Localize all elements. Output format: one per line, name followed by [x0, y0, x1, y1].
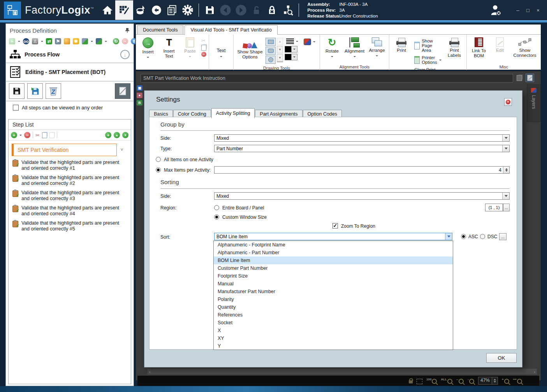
sort-option[interactable]: Quantity: [214, 303, 453, 311]
scroll-right-icon[interactable]: ›: [534, 369, 535, 374]
shape-scroll-up-icon[interactable]: ▲: [277, 38, 283, 45]
sort-option[interactable]: Footprint Size: [214, 272, 453, 280]
layers-tab[interactable]: Layers: [527, 84, 541, 122]
shape-scroll-down-icon[interactable]: ▼: [277, 46, 283, 53]
pin-icon[interactable]: [125, 28, 130, 33]
bell-icon[interactable]: [64, 38, 70, 44]
rounded-rectangle-shape-button[interactable]: [266, 47, 276, 55]
export-dropdown-icon[interactable]: [91, 41, 93, 43]
zoom-level-input[interactable]: 47%: [478, 377, 498, 385]
shuffle-icon[interactable]: ⇄: [46, 38, 52, 44]
alignment-button[interactable]: Alignment: [343, 36, 366, 60]
sort-combobox[interactable]: BOM Line Item: [214, 233, 452, 240]
find-icon[interactable]: oo: [23, 38, 29, 44]
zoom-in-fast-button[interactable]: ++: [513, 378, 522, 384]
documents-icon[interactable]: [164, 2, 180, 18]
zoom-to-region-checkbox[interactable]: [332, 223, 338, 229]
chevron-down-icon[interactable]: [445, 233, 452, 240]
add-step-icon[interactable]: +: [11, 132, 17, 138]
sort-option[interactable]: Socket: [214, 319, 453, 327]
sort-option[interactable]: References: [214, 311, 453, 319]
sorting-side-combobox[interactable]: Mixed: [214, 192, 510, 200]
tab-document-tools[interactable]: Document Tools: [137, 25, 183, 34]
print-button[interactable]: Print: [391, 36, 412, 54]
paste-button[interactable]: Paste: [179, 36, 201, 60]
cut-icon[interactable]: ✂: [35, 132, 40, 138]
marker-tool-icon[interactable]: ●: [137, 93, 142, 98]
sort-option[interactable]: Alphanumeric - Part Number: [214, 249, 453, 257]
sync-icon[interactable]: [149, 2, 164, 18]
printer-options-button[interactable]: Printer Options: [413, 54, 443, 65]
step-item[interactable]: Validate that the highlighted parts are …: [9, 218, 131, 234]
zoom-fit-all-button[interactable]: ALL: [441, 378, 452, 384]
all-items-radio[interactable]: [156, 157, 161, 162]
import-icon[interactable]: [96, 38, 102, 44]
stroke-color-picker[interactable]: [285, 46, 300, 53]
arrange-button[interactable]: Arrange: [366, 36, 387, 59]
sort-more-button[interactable]: ...: [499, 233, 507, 240]
sort-option-selected[interactable]: BOM Line Item: [214, 257, 453, 264]
print-dropdown-icon[interactable]: [41, 41, 43, 43]
insert-button[interactable]: → Insert: [137, 36, 158, 60]
sort-option[interactable]: Customer Part Number: [214, 264, 453, 272]
import-dropdown-icon[interactable]: [105, 41, 107, 43]
cut-icon[interactable]: ✂: [201, 38, 206, 44]
step-item[interactable]: Validate that the highlighted parts are …: [9, 188, 131, 203]
minimize-button[interactable]: –: [513, 7, 523, 13]
ok-button[interactable]: OK: [486, 353, 517, 363]
sort-option[interactable]: XY: [214, 334, 453, 342]
scroll-left-icon[interactable]: ‹: [149, 369, 151, 374]
select-tool-icon[interactable]: ▣: [137, 85, 142, 91]
delete-document-button[interactable]: [46, 83, 61, 99]
dsc-radio[interactable]: [480, 234, 485, 239]
groupby-type-combobox[interactable]: Part Number: [214, 145, 510, 152]
chevron-down-icon[interactable]: [502, 135, 509, 141]
stop-icon[interactable]: −: [122, 38, 128, 44]
step-item[interactable]: Validate that the highlighted parts are …: [9, 158, 131, 173]
edit-button[interactable]: Edit: [489, 36, 510, 54]
start-icon[interactable]: ↻: [113, 38, 119, 44]
add-step-dropdown-icon[interactable]: [19, 135, 22, 137]
zoom-selection-icon[interactable]: [417, 379, 422, 384]
line-weight-icon[interactable]: [286, 39, 294, 44]
save-icon[interactable]: [202, 2, 218, 18]
tab-visual-aid-tools[interactable]: Visual Aid Tools - SMT Part Verificatio: [185, 25, 277, 35]
add-process-icon[interactable]: +: [9, 38, 15, 44]
edit-work-instruction-button[interactable]: [115, 83, 130, 99]
groupby-side-combobox[interactable]: Mixed: [214, 134, 510, 142]
home-icon[interactable]: [100, 2, 115, 18]
link-to-bom-button[interactable]: Link To BOM: [468, 36, 489, 60]
max-items-radio[interactable]: [156, 167, 161, 172]
gear-icon[interactable]: ✱: [73, 38, 79, 44]
print-icon[interactable]: ⎍: [32, 38, 38, 44]
rotate-button[interactable]: ↻ Rotate: [322, 36, 343, 60]
custom-window-radio[interactable]: [214, 214, 219, 220]
max-items-input[interactable]: 4: [214, 166, 510, 174]
forward-icon[interactable]: [233, 2, 249, 18]
add-dropdown-icon[interactable]: [18, 41, 20, 43]
chevron-down-icon[interactable]: [502, 193, 509, 199]
max-items-spinner[interactable]: [503, 167, 509, 173]
sort-option[interactable]: Y: [214, 342, 453, 350]
print-labels-button[interactable]: Print Labels: [444, 36, 465, 59]
settings-gear-icon[interactable]: [180, 2, 195, 18]
fill-color-picker[interactable]: [285, 54, 300, 60]
move-down-icon[interactable]: ▼: [122, 132, 128, 138]
region-more-button[interactable]: ...: [503, 204, 510, 211]
ellipse-shape-button[interactable]: [266, 56, 276, 64]
materials-icon[interactable]: [133, 2, 149, 18]
lock-release-icon[interactable]: [264, 2, 280, 18]
region-coords-box[interactable]: (1 , 1): [485, 204, 503, 211]
zoom-in-button[interactable]: +: [502, 378, 509, 384]
move-up-icon[interactable]: ▲: [114, 132, 120, 138]
sort-option[interactable]: Manufacturer Part Number: [214, 288, 453, 295]
sort-option[interactable]: Manual: [214, 280, 453, 288]
process-flow-header[interactable]: Process Flow ↓: [6, 46, 134, 63]
asc-radio[interactable]: [461, 234, 466, 239]
image-fill-icon[interactable]: [304, 39, 311, 45]
copy-icon[interactable]: [201, 45, 206, 51]
chevron-down-icon[interactable]: [502, 145, 509, 152]
insert-text-button[interactable]: T Insert Text: [158, 36, 179, 60]
remove-step-icon[interactable]: −: [24, 132, 30, 138]
entire-board-radio[interactable]: [214, 205, 219, 210]
